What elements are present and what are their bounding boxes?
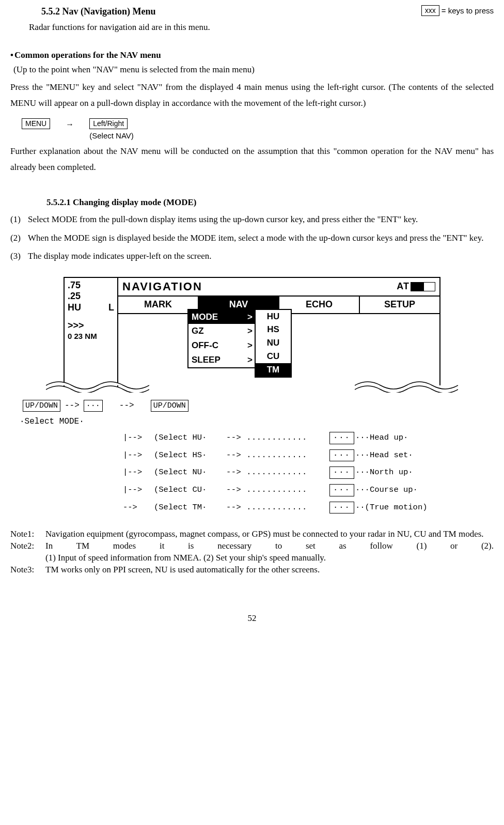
table-row: |--> (Select HU· --> ............ ··· ··…: [20, 429, 494, 447]
ent-key-icon: ···: [329, 502, 354, 514]
mode-heading: 5.5.2.1 Changing display mode (MODE): [46, 196, 494, 209]
table-row: |--> (Select NU· --> ............ ··· ··…: [20, 464, 494, 481]
note2-text-b: (1) Input of speed information from NMEA…: [45, 552, 494, 564]
key-legend: xxx = keys to press: [421, 5, 494, 16]
updown-key: UP/DOWN: [151, 400, 188, 412]
chevron-right-icon: >: [247, 311, 253, 323]
select-mode-label: ·Select MODE·: [20, 416, 494, 427]
common-para1: Press the "MENU" key and select "NAV" fr…: [10, 79, 494, 112]
common-para2: Further explanation about the NAV menu w…: [10, 143, 494, 176]
section-title: 5.5.2 Nav (Navigation) Menu: [10, 5, 156, 18]
note3-label: Note3:: [10, 564, 45, 576]
key-sequence: MENU → Left/Right (Select NAV): [22, 118, 494, 141]
notes-block: Note1: Navigation equipment (gyrocompass…: [10, 528, 494, 576]
radar-screen-diagram: .75 .25 HU L >>> 0 23 NM NAVIGATION AT M…: [64, 277, 440, 387]
select-nav-label: (Select NAV): [89, 130, 134, 141]
ent-key-icon: ···: [329, 466, 354, 479]
note1-text: Navigation equipment (gyrocompass, magne…: [45, 528, 494, 540]
note3-text: TM works only on PPI screen, NU is used …: [45, 564, 494, 576]
note2-text-a: In TM modes it is necessary to set as fo…: [45, 540, 494, 552]
list-item: (3) The display mode indicates upper-lef…: [10, 248, 494, 264]
radar-left-panel: .75 .25 HU L >>> 0 23 NM: [65, 278, 118, 387]
at-box-icon: [411, 282, 435, 291]
chevron-right-icon: >: [247, 354, 253, 366]
legend-text: = keys to press: [442, 5, 494, 16]
torn-edge-icon: [46, 378, 149, 393]
chevron-right-icon: >: [247, 339, 253, 352]
intro-text: Radar functions for navigation aid are i…: [29, 21, 494, 34]
note1-label: Note1:: [10, 528, 45, 540]
note2-label: Note2:: [10, 540, 45, 552]
menu-key: MENU: [22, 118, 50, 129]
common-paren: (Up to the point when "NAV" menu is sele…: [13, 64, 494, 76]
nav-pulldown: MODE> GZ> OFF-C> SLEEP>: [187, 309, 257, 368]
tab-mark: MARK: [118, 297, 199, 313]
updown-key: UP/DOWN: [23, 400, 60, 412]
list-item: (2) When the MODE sign is displayed besi…: [10, 230, 494, 246]
arrow-icon: →: [66, 118, 74, 131]
flow-header: UP/DOWN --> ··· --> UP/DOWN: [23, 400, 494, 412]
legend-key-box: xxx: [421, 5, 439, 15]
tab-setup: SETUP: [360, 297, 439, 313]
common-heading: Common operations for the NAV menu: [10, 49, 494, 61]
ent-key-icon: ···: [84, 400, 103, 412]
mode-options: HU HS NU CU TM: [255, 309, 292, 378]
table-row: |--> (Select HS· --> ............ ··· ··…: [20, 447, 494, 464]
table-row: |--> (Select CU· --> ............ ··· ··…: [20, 481, 494, 499]
chevron-right-icon: >: [247, 325, 253, 337]
radar-title-bar: NAVIGATION AT: [118, 278, 439, 297]
ent-key-icon: ···: [329, 432, 354, 444]
leftright-key: Left/Right: [89, 118, 128, 129]
page-number: 52: [10, 612, 494, 625]
ent-key-icon: ···: [329, 449, 354, 462]
flow-table: |--> (Select HU· --> ............ ··· ··…: [20, 429, 494, 516]
torn-edge-icon: [355, 378, 458, 393]
ent-key-icon: ···: [329, 484, 354, 496]
at-indicator: AT: [397, 280, 435, 293]
table-row: --> (Select TM· --> ............ ··· ··(…: [20, 499, 494, 517]
list-item: (1) Select MODE from the pull-down displ…: [10, 211, 494, 227]
